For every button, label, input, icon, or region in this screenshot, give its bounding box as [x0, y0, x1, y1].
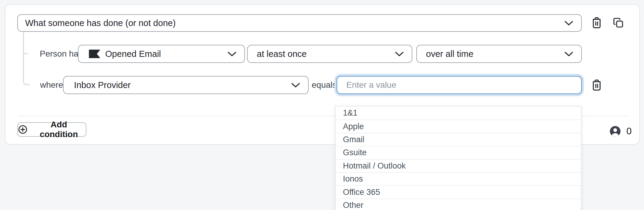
trash-icon [591, 79, 602, 91]
event-select[interactable]: Opened Email [78, 45, 245, 63]
copy-icon [612, 17, 624, 28]
condition-type-value: What someone has done (or not done) [25, 18, 176, 28]
value-suggestions-dropdown: 1&1 Apple Gmail Gsuite Hotmail / Outlook… [335, 106, 582, 210]
person-icon [609, 125, 622, 138]
dropdown-option[interactable]: Gsuite [336, 146, 581, 159]
delete-filter-button[interactable] [589, 78, 604, 92]
chevron-down-icon [227, 51, 236, 57]
audience-count-value: 0 [626, 126, 632, 137]
add-condition-label: Add condition [32, 120, 86, 139]
event-row-label: Person has [40, 45, 83, 63]
property-select-value: Inbox Provider [74, 80, 131, 90]
event-select-value: Opened Email [105, 49, 161, 59]
dropdown-option[interactable]: Office 365 [336, 185, 581, 198]
filter-value-input[interactable] [337, 76, 582, 94]
add-condition-button[interactable]: Add condition [17, 122, 86, 137]
chevron-down-icon [564, 21, 573, 26]
property-select[interactable]: Inbox Provider [63, 76, 309, 94]
operator-label: equals [312, 76, 337, 94]
delete-condition-button[interactable] [589, 15, 604, 30]
dropdown-option[interactable]: 1&1 [336, 107, 581, 120]
frequency-select[interactable]: at least once [247, 45, 412, 63]
chevron-down-icon [564, 51, 573, 57]
filter-row-label: where [40, 76, 63, 94]
dropdown-option[interactable]: Hotmail / Outlook [336, 159, 581, 172]
audience-count: 0 [609, 125, 632, 138]
dropdown-option[interactable]: Other [336, 199, 581, 210]
dropdown-option[interactable]: Apple [336, 120, 581, 133]
timeframe-select[interactable]: over all time [416, 45, 582, 63]
dropdown-option[interactable]: Gmail [336, 133, 581, 146]
tree-connector-tick [23, 53, 28, 54]
trash-icon [591, 17, 602, 29]
frequency-select-value: at least once [257, 49, 307, 59]
condition-type-select[interactable]: What someone has done (or not done) [17, 14, 582, 32]
segment-builder-page: What someone has done (or not done) Pers… [0, 0, 644, 210]
chevron-down-icon [291, 83, 300, 88]
chevron-down-icon [395, 51, 404, 57]
plus-circle-icon [18, 124, 28, 135]
timeframe-select-value: over all time [426, 49, 473, 59]
dropdown-option[interactable]: Ionos [336, 172, 581, 185]
tree-connector-line [23, 32, 30, 85]
duplicate-condition-button[interactable] [611, 15, 626, 30]
flag-icon [89, 50, 100, 58]
